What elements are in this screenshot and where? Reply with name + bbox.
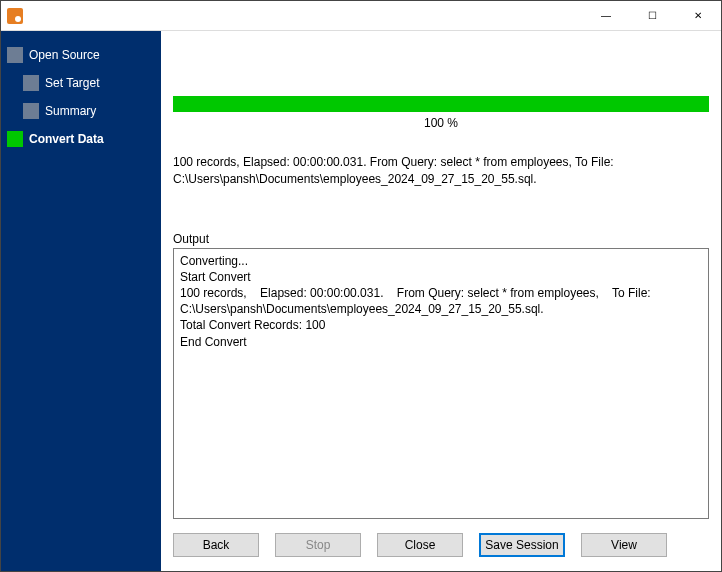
button-row: Back Stop Close Save Session View bbox=[173, 519, 709, 561]
close-button[interactable]: Close bbox=[377, 533, 463, 557]
status-line-2: C:\Users\pansh\Documents\employees_2024_… bbox=[173, 171, 709, 188]
sidebar-item-open-source[interactable]: Open Source bbox=[1, 41, 161, 69]
save-session-button[interactable]: Save Session bbox=[479, 533, 565, 557]
progress-fill bbox=[173, 96, 709, 112]
sidebar-item-convert-data[interactable]: Convert Data bbox=[1, 125, 161, 153]
status-text: 100 records, Elapsed: 00:00:00.031. From… bbox=[173, 154, 709, 188]
titlebar-left bbox=[1, 8, 23, 24]
stop-button[interactable]: Stop bbox=[275, 533, 361, 557]
sidebar-item-label: Summary bbox=[45, 104, 96, 118]
maximize-button[interactable]: ☐ bbox=[629, 1, 675, 30]
sidebar-item-label: Set Target bbox=[45, 76, 99, 90]
body-area: Open Source Set Target Summary Convert D… bbox=[1, 31, 721, 571]
main-panel: 100 % 100 records, Elapsed: 00:00:00.031… bbox=[161, 31, 721, 571]
app-window: ― ☐ ✕ Open Source Set Target Summary Con… bbox=[0, 0, 722, 572]
output-textarea[interactable]: Converting... Start Convert 100 records,… bbox=[173, 248, 709, 519]
progress-percent-label: 100 % bbox=[173, 116, 709, 130]
back-button[interactable]: Back bbox=[173, 533, 259, 557]
nav-box-icon bbox=[7, 131, 23, 147]
nav-box-icon bbox=[23, 75, 39, 91]
progress-bar bbox=[173, 96, 709, 112]
nav-box-icon bbox=[23, 103, 39, 119]
close-window-button[interactable]: ✕ bbox=[675, 1, 721, 30]
window-controls: ― ☐ ✕ bbox=[583, 1, 721, 30]
sidebar-item-label: Convert Data bbox=[29, 132, 104, 146]
minimize-button[interactable]: ― bbox=[583, 1, 629, 30]
progress-area: 100 % bbox=[173, 96, 709, 130]
view-button[interactable]: View bbox=[581, 533, 667, 557]
output-label: Output bbox=[173, 232, 709, 246]
sidebar: Open Source Set Target Summary Convert D… bbox=[1, 31, 161, 571]
nav-box-icon bbox=[7, 47, 23, 63]
status-line-1: 100 records, Elapsed: 00:00:00.031. From… bbox=[173, 154, 709, 171]
output-section: Output Converting... Start Convert 100 r… bbox=[173, 232, 709, 519]
titlebar: ― ☐ ✕ bbox=[1, 1, 721, 31]
sidebar-item-summary[interactable]: Summary bbox=[1, 97, 161, 125]
sidebar-item-set-target[interactable]: Set Target bbox=[1, 69, 161, 97]
sidebar-item-label: Open Source bbox=[29, 48, 100, 62]
app-icon bbox=[7, 8, 23, 24]
